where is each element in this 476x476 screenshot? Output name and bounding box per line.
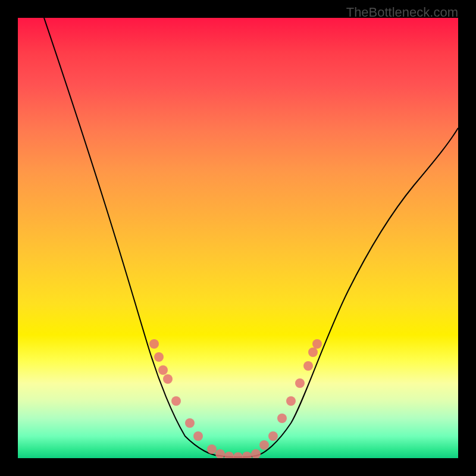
dot xyxy=(158,365,168,375)
left-curve-path xyxy=(44,18,220,456)
dot xyxy=(149,339,159,349)
scatter-dots-group xyxy=(149,339,322,458)
watermark-text: TheBottleneck.com xyxy=(346,5,458,20)
chart-plot-area xyxy=(18,18,458,458)
dot xyxy=(277,414,287,423)
dot xyxy=(312,339,322,349)
dot xyxy=(215,449,225,458)
dot xyxy=(154,352,164,362)
dot xyxy=(308,347,318,357)
dot xyxy=(171,396,181,406)
dot xyxy=(207,444,217,454)
dot xyxy=(185,418,195,428)
dot xyxy=(251,449,261,458)
dot xyxy=(233,452,243,458)
dot xyxy=(303,361,313,371)
dot xyxy=(295,378,305,388)
chart-svg xyxy=(18,18,458,458)
dot xyxy=(242,452,252,458)
dot xyxy=(224,452,234,458)
dot xyxy=(286,396,296,406)
dot xyxy=(259,440,269,450)
dot xyxy=(163,374,173,384)
right-curve-path xyxy=(256,128,458,456)
dot xyxy=(193,431,203,441)
dot xyxy=(268,431,278,441)
